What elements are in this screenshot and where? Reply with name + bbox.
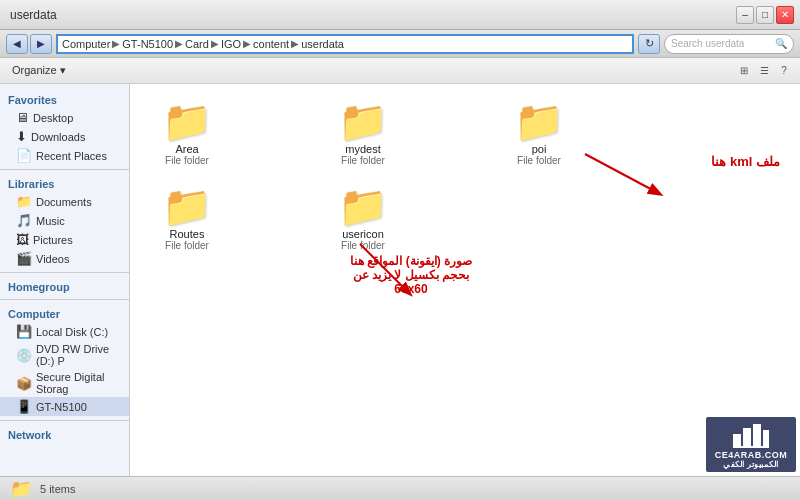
- search-box[interactable]: Search userdata 🔍: [664, 34, 794, 54]
- file-type-area: File folder: [165, 155, 209, 166]
- path-sep-2: ▶: [175, 38, 183, 49]
- path-sep-3: ▶: [211, 38, 219, 49]
- file-grid-row2: 📁 Routes File folder 📁 usericon File fol…: [142, 181, 788, 256]
- file-item-mydest[interactable]: 📁 mydest File folder: [318, 96, 408, 171]
- dvd-icon: 💿: [16, 348, 32, 363]
- search-icon: 🔍: [775, 38, 787, 49]
- sidebar-item-downloads[interactable]: ⬇ Downloads: [0, 127, 129, 146]
- sidebar-item-documents[interactable]: 📁 Documents: [0, 192, 129, 211]
- file-name-mydest: mydest: [345, 143, 380, 155]
- watermark-icon: [731, 420, 771, 448]
- sidebar-label-gt-n5100: GT-N5100: [36, 401, 87, 413]
- close-button[interactable]: ✕: [776, 6, 794, 24]
- file-area: 📁 Area File folder 📁 mydest File folder …: [130, 84, 800, 476]
- file-name-routes: Routes: [170, 228, 205, 240]
- sidebar-item-videos[interactable]: 🎬 Videos: [0, 249, 129, 268]
- search-placeholder: Search userdata: [671, 38, 744, 49]
- sidebar-label-recent-places: Recent Places: [36, 150, 107, 162]
- sidebar-section-libraries[interactable]: Libraries: [0, 174, 129, 192]
- sidebar-label-downloads: Downloads: [31, 131, 85, 143]
- folder-icon-poi: 📁: [514, 101, 564, 141]
- path-computer: Computer: [62, 38, 110, 50]
- path-gt-n5100: GT-N5100: [122, 38, 173, 50]
- view-list-icon[interactable]: ☰: [756, 63, 772, 79]
- title-bar-title: userdata: [10, 8, 57, 22]
- sidebar-item-local-disk[interactable]: 💾 Local Disk (C:): [0, 322, 129, 341]
- maximize-button[interactable]: □: [756, 6, 774, 24]
- toolbar: Organize ▾ ⊞ ☰ ?: [0, 58, 800, 84]
- sidebar-item-desktop[interactable]: 🖥 Desktop: [0, 108, 129, 127]
- svg-rect-6: [733, 446, 769, 448]
- svg-rect-2: [733, 434, 741, 446]
- file-name-area: Area: [175, 143, 198, 155]
- sidebar-item-music[interactable]: 🎵 Music: [0, 211, 129, 230]
- svg-rect-3: [743, 428, 751, 446]
- file-item-area[interactable]: 📁 Area File folder: [142, 96, 232, 171]
- file-type-routes: File folder: [165, 240, 209, 251]
- sidebar-label-videos: Videos: [36, 253, 69, 265]
- address-bar: ◀ ▶ Computer ▶ GT-N5100 ▶ Card ▶ IGO ▶ c…: [0, 30, 800, 58]
- folder-icon-mydest: 📁: [338, 101, 388, 141]
- minimize-button[interactable]: –: [736, 6, 754, 24]
- sidebar-label-sd: Secure Digital Storag: [36, 371, 121, 395]
- path-igo: IGO: [221, 38, 241, 50]
- sidebar-section-favorites[interactable]: Favorites: [0, 90, 129, 108]
- folder-icon-area: 📁: [162, 101, 212, 141]
- watermark-subtext: الكمبيوتر الكفي: [723, 460, 779, 469]
- help-icon[interactable]: ?: [776, 63, 792, 79]
- watermark-logo: [731, 420, 771, 448]
- path-sep-1: ▶: [112, 38, 120, 49]
- file-name-usericon: usericon: [342, 228, 384, 240]
- address-path[interactable]: Computer ▶ GT-N5100 ▶ Card ▶ IGO ▶ conte…: [56, 34, 634, 54]
- svg-rect-5: [763, 430, 769, 446]
- file-item-routes[interactable]: 📁 Routes File folder: [142, 181, 232, 256]
- sidebar-item-sd[interactable]: 📦 Secure Digital Storag: [0, 369, 129, 397]
- sidebar-label-pictures: Pictures: [33, 234, 73, 246]
- view-icon[interactable]: ⊞: [736, 63, 752, 79]
- path-sep-4: ▶: [243, 38, 251, 49]
- svg-rect-4: [753, 424, 761, 446]
- sidebar-section-homegroup[interactable]: Homegroup: [0, 277, 129, 295]
- watermark: CE4ARAB.COM الكمبيوتر الكفي: [706, 417, 796, 472]
- documents-icon: 📁: [16, 194, 32, 209]
- status-bar: 📁 5 items: [0, 476, 800, 500]
- path-sep-5: ▶: [291, 38, 299, 49]
- status-folder-icon: 📁: [10, 478, 32, 500]
- gt-n5100-icon: 📱: [16, 399, 32, 414]
- file-item-poi[interactable]: 📁 poi File folder: [494, 96, 584, 171]
- title-bar-left: userdata: [6, 8, 57, 22]
- path-userdata: userdata: [301, 38, 344, 50]
- window-controls: – □ ✕: [736, 6, 794, 24]
- sidebar-label-local-disk: Local Disk (C:): [36, 326, 108, 338]
- sidebar-item-gt-n5100[interactable]: 📱 GT-N5100: [0, 397, 129, 416]
- icon-annotation: صورة (ايقونة) المواقع هنا بحجم بكسيل لا …: [350, 254, 472, 296]
- path-card: Card: [185, 38, 209, 50]
- file-type-poi: File folder: [517, 155, 561, 166]
- file-item-usericon[interactable]: 📁 usericon File folder: [318, 181, 408, 256]
- icon-annotation-text: صورة (ايقونة) المواقع هنا بحجم بكسيل لا …: [350, 254, 472, 296]
- file-grid: 📁 Area File folder 📁 mydest File folder …: [142, 96, 788, 171]
- forward-button[interactable]: ▶: [30, 34, 52, 54]
- local-disk-icon: 💾: [16, 324, 32, 339]
- nav-buttons: ◀ ▶: [6, 34, 52, 54]
- title-bar: userdata – □ ✕: [0, 0, 800, 30]
- file-type-usericon: File folder: [341, 240, 385, 251]
- status-count: 5 items: [40, 483, 75, 495]
- sidebar-section-network[interactable]: Network: [0, 425, 129, 443]
- sidebar-label-dvd: DVD RW Drive (D:) P: [36, 343, 121, 367]
- sidebar-item-recent-places[interactable]: 📄 Recent Places: [0, 146, 129, 165]
- sidebar-item-dvd[interactable]: 💿 DVD RW Drive (D:) P: [0, 341, 129, 369]
- sidebar-label-documents: Documents: [36, 196, 92, 208]
- back-button[interactable]: ◀: [6, 34, 28, 54]
- sidebar-item-pictures[interactable]: 🖼 Pictures: [0, 230, 129, 249]
- sidebar-sep-3: [0, 299, 129, 300]
- recent-places-icon: 📄: [16, 148, 32, 163]
- refresh-button[interactable]: ↻: [638, 34, 660, 54]
- music-icon: 🎵: [16, 213, 32, 228]
- sidebar-sep-1: [0, 169, 129, 170]
- sidebar-section-computer[interactable]: Computer: [0, 304, 129, 322]
- organize-button[interactable]: Organize ▾: [8, 62, 70, 79]
- downloads-icon: ⬇: [16, 129, 27, 144]
- file-type-mydest: File folder: [341, 155, 385, 166]
- sidebar-label-music: Music: [36, 215, 65, 227]
